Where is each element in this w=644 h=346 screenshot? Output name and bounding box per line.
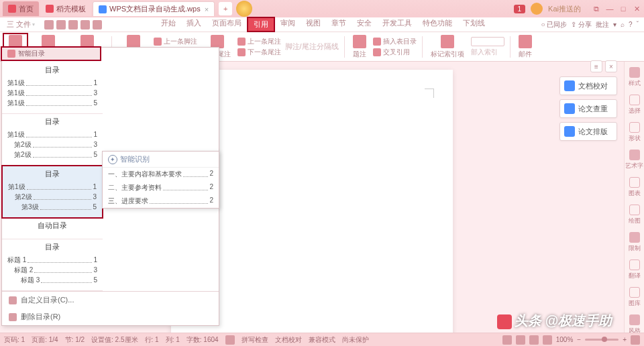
menu-tab-6[interactable]: 章节 xyxy=(326,17,352,32)
sync-status[interactable]: ○ 已同步 xyxy=(541,20,567,30)
rail-label: 形状 xyxy=(629,134,641,143)
zoom-in-button[interactable]: + xyxy=(623,336,627,343)
delete-toc-button[interactable]: 删除目录(R) xyxy=(2,308,219,325)
tab-home[interactable]: 首页 xyxy=(3,1,39,16)
help-icon[interactable]: ? xyxy=(629,21,633,28)
collapse-ribbon-icon[interactable]: ˇ xyxy=(637,21,639,28)
rail-8[interactable]: 图库 xyxy=(629,287,641,308)
status-protect[interactable]: 尚未保护 xyxy=(342,335,369,345)
window-min-icon[interactable]: — xyxy=(605,5,614,13)
smart-recognize-panel: ✦智能识别 一、主要内容和基本要求2二、主要参考资料2三、进度要求2 xyxy=(102,151,219,209)
menu-tab-7[interactable]: 安全 xyxy=(352,17,377,32)
menu-tab-4[interactable]: 审阅 xyxy=(275,17,301,32)
prev-endnote-button[interactable]: 上一条尾注 xyxy=(237,37,281,46)
status-bar: 页码: 1 页面: 1/4 节: 1/2 设置值: 2.5厘米 行: 1 列: … xyxy=(0,333,644,346)
proofread-button[interactable]: 文档校对 xyxy=(559,76,617,95)
index-input[interactable] xyxy=(471,37,504,46)
smart-item-2[interactable]: 三、进度要求2 xyxy=(103,194,219,208)
smart-toc-header[interactable]: 智能目录 xyxy=(1,46,101,61)
view-read-icon[interactable] xyxy=(529,335,539,345)
view-print-icon[interactable] xyxy=(502,335,512,345)
search-icon[interactable]: ⌕ xyxy=(621,21,625,28)
status-position: 设置值: 2.5厘米 xyxy=(91,335,138,345)
view-web-icon[interactable] xyxy=(543,335,552,345)
status-compat[interactable]: 兼容模式 xyxy=(309,335,335,345)
qa-print-icon[interactable] xyxy=(56,20,66,30)
rail-2[interactable]: 形状 xyxy=(629,122,641,143)
next-endnote-button[interactable]: 下一条尾注 xyxy=(237,48,281,57)
qa-redo-icon[interactable] xyxy=(93,20,102,30)
status-chars[interactable]: 字数: 1604 xyxy=(186,335,219,345)
quick-access xyxy=(42,20,105,30)
menu-tab-5[interactable]: 视图 xyxy=(301,17,326,32)
dup-check-button[interactable]: 论文查重 xyxy=(559,99,617,118)
xref-button[interactable]: 交叉引用 xyxy=(373,48,417,57)
menu-tab-8[interactable]: 开发工具 xyxy=(377,17,417,32)
rail-6[interactable]: 限制 xyxy=(629,232,641,253)
toc-line: 第2级5 xyxy=(7,150,97,160)
rail-4[interactable]: 图表 xyxy=(629,177,641,198)
fullscreen-icon[interactable] xyxy=(631,335,640,345)
status-spell[interactable]: 拼写检查 xyxy=(241,335,268,345)
toc-style-1[interactable]: 目录第1级1第2级3第2级5 xyxy=(2,114,103,166)
rail-1[interactable]: 选择 xyxy=(629,95,641,115)
menu-tab-3[interactable]: 引用 xyxy=(247,17,275,32)
tab-template[interactable]: 稻壳模板 xyxy=(40,1,91,16)
window-close-icon[interactable]: ✕ xyxy=(632,5,641,13)
window-max-icon[interactable]: □ xyxy=(619,5,628,13)
smart-recognize-icon: ✦ xyxy=(108,155,117,164)
menu-tab-1[interactable]: 插入 xyxy=(181,17,207,32)
window-restore-icon[interactable]: ⧉ xyxy=(592,5,601,13)
toc-style-2[interactable]: 目录第1级1第2级3第3级5 xyxy=(1,165,103,219)
toc-style-3[interactable]: 自动目录 xyxy=(2,218,103,239)
note-button[interactable]: 批注 xyxy=(596,20,609,30)
rail-icon-9 xyxy=(629,314,640,325)
caption-button[interactable]: 题注 xyxy=(350,34,369,60)
panel-menu-icon[interactable]: ≡ xyxy=(590,60,602,72)
menu-tab-0[interactable]: 开始 xyxy=(156,17,181,32)
notification-badge[interactable]: 1 xyxy=(514,5,526,13)
status-proof[interactable]: 文档校对 xyxy=(275,335,302,345)
status-section[interactable]: 节: 1/2 xyxy=(65,335,85,345)
menu-tab-9[interactable]: 特色功能 xyxy=(417,17,458,32)
titlebar: 首页 稻壳模板 WPS文档目录自动生成.wps× + 1 Kai推送的 ⧉ — … xyxy=(0,0,644,17)
panel-close-icon[interactable]: × xyxy=(605,60,617,72)
view-outline-icon[interactable] xyxy=(516,335,525,345)
menu-tab-2[interactable]: 页面布局 xyxy=(207,17,247,32)
mail-button[interactable]: 邮件 xyxy=(516,34,535,60)
smart-item-1[interactable]: 二、主要参考资料2 xyxy=(103,181,219,194)
smart-item-0[interactable]: 一、主要内容和基本要求2 xyxy=(103,168,219,181)
layout-button[interactable]: 论文排版 xyxy=(559,122,617,141)
qa-save-icon[interactable] xyxy=(44,20,54,30)
menu-tab-10[interactable]: 下划线 xyxy=(458,17,490,32)
status-page[interactable]: 页码: 1 xyxy=(4,335,25,345)
status-pageof[interactable]: 页面: 1/4 xyxy=(32,335,58,345)
rail-0[interactable]: 样式 xyxy=(629,67,641,88)
insert-table-toc-button[interactable]: 插入表目录 xyxy=(373,37,417,46)
rail-7[interactable]: 翻译 xyxy=(629,260,641,280)
zoom-label[interactable]: 100% xyxy=(556,336,574,343)
prev-footnote-button[interactable]: 上一条脚注 xyxy=(154,37,197,46)
rail-label: 绘图 xyxy=(629,217,641,225)
qa-preview-icon[interactable] xyxy=(68,20,78,30)
toc-style-4[interactable]: 目录标题 11标题 23标题 35 xyxy=(2,239,103,291)
tab-add-button[interactable]: + xyxy=(219,2,232,15)
menu-tabs: 开始插入页面布局引用审阅视图章节安全开发工具特色功能下划线 xyxy=(156,17,490,32)
rail-5[interactable]: 绘图 xyxy=(629,205,641,225)
tab-close-icon[interactable]: × xyxy=(205,5,209,13)
dup-icon xyxy=(564,103,575,114)
custom-toc-button[interactable]: 自定义目录(C)... xyxy=(2,292,219,308)
cursor-icon[interactable] xyxy=(225,335,235,345)
toc-style-0[interactable]: 目录第1级1第1级3第1级5 xyxy=(2,62,103,114)
qa-undo-icon[interactable] xyxy=(80,20,90,30)
file-menu[interactable]: 三 文件▾ xyxy=(0,19,42,30)
share-button[interactable]: ⇪ 分享 xyxy=(571,20,592,30)
template-icon xyxy=(46,5,54,13)
tab-document[interactable]: WPS文档目录自动生成.wps× xyxy=(93,1,215,16)
rail-icon-5 xyxy=(629,205,640,215)
zoom-out-button[interactable]: − xyxy=(577,336,581,343)
mark-index-button[interactable]: 标记索引项 xyxy=(428,34,467,60)
rail-3[interactable]: 艺术字 xyxy=(625,150,643,170)
zoom-slider[interactable] xyxy=(585,339,619,341)
avatar-icon[interactable] xyxy=(531,3,543,15)
